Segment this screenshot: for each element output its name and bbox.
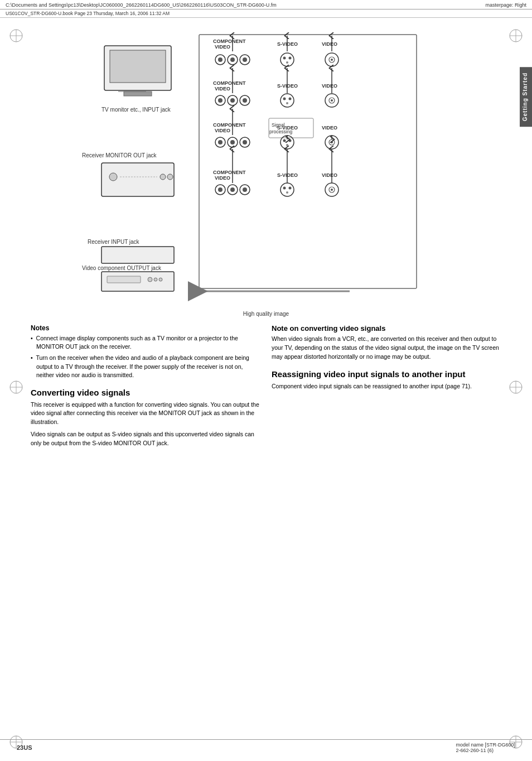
svg-text:COMPONENT: COMPONENT <box>213 170 246 175</box>
svg-text:VIDEO: VIDEO <box>215 44 230 50</box>
main-content: TV monitor etc., INPUT jack Receiver MON… <box>0 18 532 459</box>
svg-point-91 <box>283 139 286 142</box>
svg-text:VIDEO: VIDEO <box>215 175 230 181</box>
svg-point-112 <box>283 187 286 190</box>
svg-point-27 <box>167 174 173 180</box>
svg-text:Video component OUTPUT jack: Video component OUTPUT jack <box>82 265 162 271</box>
svg-point-114 <box>286 191 288 194</box>
svg-text:VIDEO: VIDEO <box>215 128 230 133</box>
svg-point-108 <box>230 187 235 192</box>
svg-rect-21 <box>124 91 152 96</box>
notes-section: Notes Connect image display components s… <box>31 324 260 379</box>
svg-point-35 <box>159 278 162 281</box>
svg-text:VIDEO: VIDEO <box>322 172 337 178</box>
page-header: C:\Documents and Settings\pc13\Desktop\J… <box>0 0 532 9</box>
svg-point-24 <box>109 173 117 181</box>
svg-point-117 <box>331 189 333 191</box>
converting-body-2: Video signals can be output as S-video s… <box>31 430 260 448</box>
svg-point-106 <box>218 187 223 192</box>
svg-point-110 <box>243 187 247 192</box>
svg-point-69 <box>289 98 292 100</box>
notes-heading: Notes <box>31 324 260 332</box>
svg-point-70 <box>286 102 288 104</box>
svg-point-93 <box>286 144 288 146</box>
page-number: 23US <box>17 744 32 751</box>
text-content-area: Notes Connect image display components s… <box>31 321 501 454</box>
header-path: C:\Documents and Settings\pc13\Desktop\J… <box>6 2 277 8</box>
high-quality-label: High quality image <box>31 311 501 317</box>
svg-point-44 <box>230 57 235 62</box>
svg-point-53 <box>331 59 333 61</box>
svg-text:COMPONENT: COMPONENT <box>213 122 246 128</box>
svg-text:COMPONENT: COMPONENT <box>213 80 246 86</box>
converting-section: Converting video signals This receiver i… <box>31 387 260 447</box>
svg-rect-29 <box>101 247 174 263</box>
svg-point-73 <box>331 99 333 102</box>
converting-body-1: This receiver is equipped with a functio… <box>31 401 260 427</box>
svg-point-33 <box>148 277 152 282</box>
svg-point-87 <box>230 140 235 145</box>
note-converting-section: Note on converting video signals When vi… <box>272 324 501 361</box>
svg-text:VIDEO: VIDEO <box>322 125 337 131</box>
svg-point-62 <box>218 98 223 103</box>
connection-diagram: TV monitor etc., INPUT jack Receiver MON… <box>71 29 461 308</box>
svg-text:VIDEO: VIDEO <box>322 41 337 47</box>
note-converting-body: When video signals from a VCR, etc., are… <box>272 335 501 361</box>
svg-rect-20 <box>110 50 166 83</box>
note-converting-heading: Note on converting video signals <box>272 324 501 333</box>
text-right-column: Note on converting video signals When vi… <box>272 324 501 451</box>
note-item-2: Turn on the receiver when the video and … <box>31 354 260 379</box>
svg-text:VIDEO: VIDEO <box>322 83 337 89</box>
note-item-1: Connect image display components such as… <box>31 334 260 351</box>
svg-point-64 <box>230 98 235 103</box>
svg-text:Receiver INPUT jack: Receiver INPUT jack <box>88 239 140 245</box>
svg-point-49 <box>289 57 292 60</box>
svg-point-34 <box>154 278 157 281</box>
svg-point-66 <box>243 98 247 103</box>
svg-point-67 <box>280 94 294 107</box>
footer-model: model name [STR-DG600] 2-662-260-11 (6) <box>456 742 515 753</box>
notes-list: Connect image display components such as… <box>31 334 260 379</box>
reassigning-heading: Reassigning video input signals to anoth… <box>272 369 501 380</box>
svg-rect-32 <box>107 276 141 283</box>
page-footer: 23US model name [STR-DG600] 2-662-260-11… <box>0 739 532 755</box>
diagram-area: TV monitor etc., INPUT jack Receiver MON… <box>31 23 501 311</box>
svg-rect-18 <box>199 35 417 288</box>
svg-text:COMPONENT: COMPONENT <box>213 38 246 44</box>
svg-point-68 <box>283 98 286 100</box>
svg-point-96 <box>331 141 333 143</box>
svg-point-46 <box>243 57 247 62</box>
converting-heading: Converting video signals <box>31 387 260 398</box>
tv-label: TV monitor etc., INPUT jack <box>101 107 171 113</box>
text-left-column: Notes Connect image display components s… <box>31 324 260 451</box>
svg-text:S-VIDEO: S-VIDEO <box>277 125 298 131</box>
subheader: US01COV_STR-DG600-U.book Page 23 Thursda… <box>0 9 532 18</box>
svg-point-85 <box>218 140 223 145</box>
svg-text:VIDEO: VIDEO <box>215 86 230 91</box>
svg-point-26 <box>160 174 166 180</box>
reassigning-section: Reassigning video input signals to anoth… <box>272 369 501 391</box>
svg-point-47 <box>280 53 294 66</box>
svg-point-89 <box>243 140 247 145</box>
svg-point-48 <box>283 57 286 60</box>
svg-point-50 <box>286 61 288 64</box>
svg-text:Receiver MONITOR OUT jack: Receiver MONITOR OUT jack <box>82 152 157 158</box>
svg-point-111 <box>280 183 294 196</box>
svg-point-42 <box>218 57 223 62</box>
reassigning-body: Component video input signals can be rea… <box>272 382 501 391</box>
header-masterpage: masterpage: Right <box>485 2 526 8</box>
svg-point-92 <box>289 139 292 142</box>
svg-point-113 <box>289 187 292 190</box>
